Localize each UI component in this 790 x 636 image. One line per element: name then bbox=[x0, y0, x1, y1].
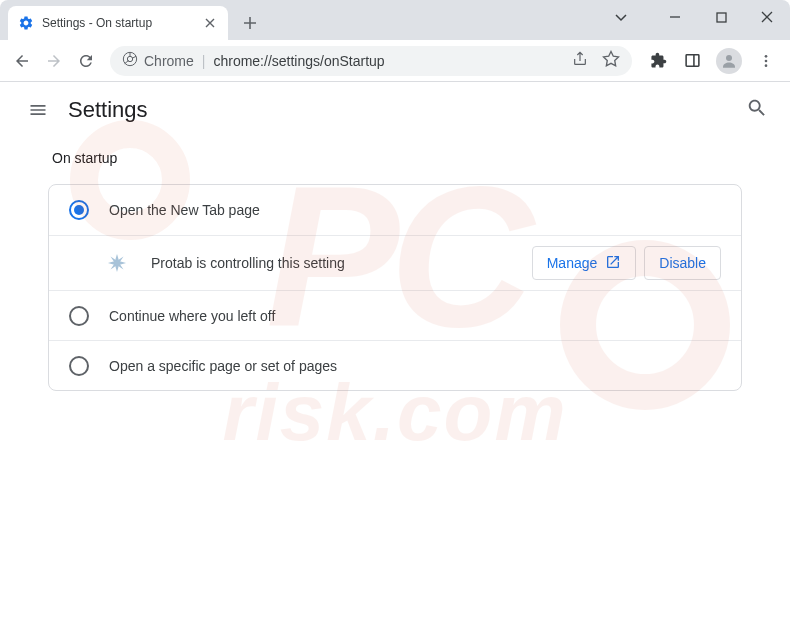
manage-button[interactable]: Manage bbox=[532, 246, 637, 280]
manage-button-label: Manage bbox=[547, 255, 598, 271]
share-icon[interactable] bbox=[572, 51, 588, 70]
sidepanel-icon[interactable] bbox=[682, 51, 702, 71]
tab-title: Settings - On startup bbox=[42, 16, 194, 30]
svg-point-5 bbox=[726, 55, 732, 61]
option-label: Continue where you left off bbox=[109, 308, 721, 324]
option-specific-pages[interactable]: Open a specific page or set of pages bbox=[49, 340, 741, 390]
chrome-label: Chrome bbox=[144, 53, 194, 69]
radio-unselected-icon[interactable] bbox=[69, 356, 89, 376]
close-window-button[interactable] bbox=[744, 0, 790, 34]
svg-rect-0 bbox=[717, 13, 726, 22]
address-url: chrome://settings/onStartup bbox=[213, 53, 384, 69]
option-label: Open the New Tab page bbox=[109, 202, 721, 218]
hamburger-icon[interactable] bbox=[20, 92, 56, 128]
browser-tab[interactable]: Settings - On startup bbox=[8, 6, 228, 40]
reload-button[interactable] bbox=[72, 47, 100, 75]
external-link-icon bbox=[605, 254, 621, 273]
svg-point-6 bbox=[765, 55, 768, 58]
svg-point-7 bbox=[765, 59, 768, 62]
svg-rect-3 bbox=[686, 55, 699, 66]
radio-unselected-icon[interactable] bbox=[69, 306, 89, 326]
extension-notice-row: Protab is controlling this setting Manag… bbox=[49, 235, 741, 290]
star-icon[interactable] bbox=[602, 50, 620, 71]
startup-options-card: Open the New Tab page Protab is controll… bbox=[48, 184, 742, 391]
profile-avatar[interactable] bbox=[716, 48, 742, 74]
maximize-button[interactable] bbox=[698, 0, 744, 34]
address-bar[interactable]: Chrome | chrome://settings/onStartup bbox=[110, 46, 632, 76]
radio-selected-icon[interactable] bbox=[69, 200, 89, 220]
minimize-button[interactable] bbox=[652, 0, 698, 34]
chrome-icon bbox=[122, 51, 138, 70]
new-tab-button[interactable] bbox=[236, 9, 264, 37]
window-controls bbox=[598, 0, 790, 34]
option-continue[interactable]: Continue where you left off bbox=[49, 290, 741, 340]
browser-toolbar: Chrome | chrome://settings/onStartup bbox=[0, 40, 790, 82]
extension-icon bbox=[103, 249, 131, 277]
extension-notice-text: Protab is controlling this setting bbox=[151, 255, 532, 271]
option-new-tab[interactable]: Open the New Tab page bbox=[49, 185, 741, 235]
menu-dots-icon[interactable] bbox=[756, 51, 776, 71]
disable-button-label: Disable bbox=[659, 255, 706, 271]
svg-point-8 bbox=[765, 64, 768, 67]
address-separator: | bbox=[202, 53, 206, 69]
extensions-icon[interactable] bbox=[648, 51, 668, 71]
settings-content: On startup Open the New Tab page Protab … bbox=[0, 138, 790, 403]
window-titlebar: Settings - On startup bbox=[0, 0, 790, 40]
back-button[interactable] bbox=[8, 47, 36, 75]
search-icon[interactable] bbox=[746, 97, 768, 123]
gear-icon bbox=[18, 15, 34, 31]
section-title: On startup bbox=[48, 150, 742, 166]
option-label: Open a specific page or set of pages bbox=[109, 358, 721, 374]
close-icon[interactable] bbox=[202, 15, 218, 31]
forward-button[interactable] bbox=[40, 47, 68, 75]
disable-button[interactable]: Disable bbox=[644, 246, 721, 280]
page-title: Settings bbox=[68, 97, 148, 123]
chevron-down-icon[interactable] bbox=[598, 0, 644, 34]
settings-header: Settings bbox=[0, 82, 790, 138]
